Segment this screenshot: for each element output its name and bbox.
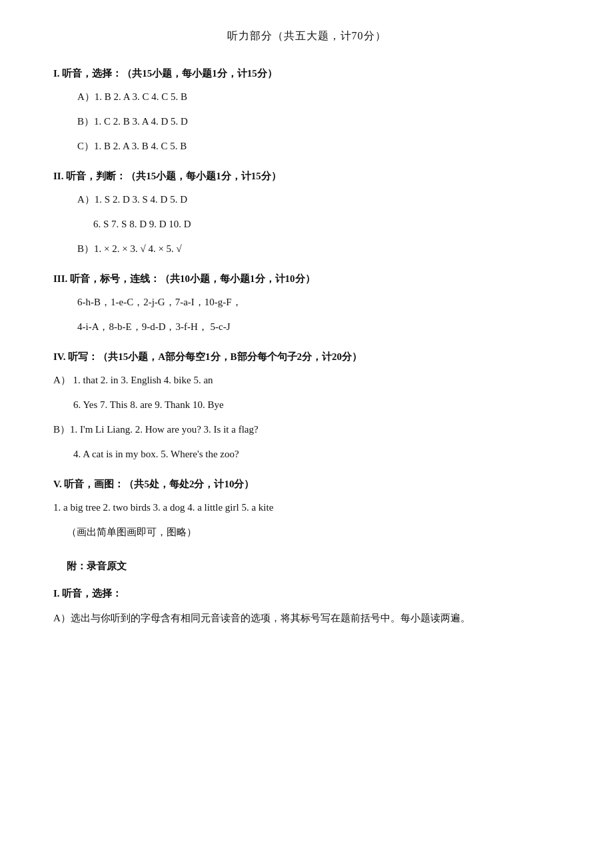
page-title: 听力部分（共五大题，计70分） — [53, 27, 560, 46]
section-V-line2: （画出简单图画即可，图略） — [53, 523, 560, 541]
appendix: 附：录音原文 I. 听音，选择： A）选出与你听到的字母含有相同元音读音的选项，… — [53, 557, 560, 627]
section-I-lineC: C）1. B 2. A 3. B 4. C 5. B — [53, 137, 560, 155]
section-I-title: I. 听音，选择： — [53, 68, 122, 79]
section-III-line1: 6-h-B，1-e-C，2-j-G，7-a-I，10-g-F， — [53, 293, 560, 311]
section-I-lineB: B）1. C 2. B 3. A 4. D 5. D — [53, 113, 560, 131]
section-II-lineA2: 6. S 7. S 8. D 9. D 10. D — [53, 215, 560, 233]
section-II-subtitle: （共15小题，每小题1分，计15分） — [126, 171, 281, 181]
section-IV-lineB1: B）1. I'm Li Liang. 2. How are you? 3. Is… — [53, 421, 560, 439]
section-III-title: III. 听音，标号，连线： — [53, 273, 160, 284]
section-II: II. 听音，判断：（共15小题，每小题1分，计15分） A）1. S 2. D… — [53, 167, 560, 258]
section-II-header: II. 听音，判断：（共15小题，每小题1分，计15分） — [53, 167, 560, 185]
section-IV: IV. 听写：（共15小题，A部分每空1分，B部分每个句子2分，计20分） A）… — [53, 348, 560, 463]
section-IV-title: IV. 听写： — [53, 351, 98, 362]
section-II-title: II. 听音，判断： — [53, 171, 126, 181]
section-I-header: I. 听音，选择：（共15小题，每小题1分，计15分） — [53, 65, 560, 83]
section-II-lineB: B）1. × 2. × 3. √ 4. × 5. √ — [53, 240, 560, 258]
section-I: I. 听音，选择：（共15小题，每小题1分，计15分） A）1. B 2. A … — [53, 65, 560, 155]
section-I-subtitle: （共15小题，每小题1分，计15分） — [122, 68, 277, 79]
section-III-header: III. 听音，标号，连线：（共10小题，每小题1分，计10分） — [53, 270, 560, 288]
section-III: III. 听音，标号，连线：（共10小题，每小题1分，计10分） 6-h-B，1… — [53, 270, 560, 336]
section-III-subtitle: （共10小题，每小题1分，计10分） — [160, 273, 315, 284]
appendix-title: 附：录音原文 — [53, 557, 560, 575]
section-V-subtitle: （共5处，每处2分，计10分） — [124, 479, 254, 489]
section-III-line2: 4-i-A，8-b-E，9-d-D，3-f-H， 5-c-J — [53, 318, 560, 336]
section-IV-subtitle: （共15小题，A部分每空1分，B部分每个句子2分，计20分） — [98, 351, 362, 362]
section-IV-header: IV. 听写：（共15小题，A部分每空1分，B部分每个句子2分，计20分） — [53, 348, 560, 366]
section-V-line1: 1. a big tree 2. two birds 3. a dog 4. a… — [53, 499, 560, 517]
section-IV-lineB2: 4. A cat is in my box. 5. Where's the zo… — [53, 445, 560, 463]
section-V-title: V. 听音，画图： — [53, 479, 124, 489]
section-IV-lineA1: A） 1. that 2. in 3. English 4. bike 5. a… — [53, 371, 560, 389]
appendix-section-I-title: I. 听音，选择： — [53, 585, 560, 603]
appendix-section-I-contentA: A）选出与你听到的字母含有相同元音读音的选项，将其标号写在题前括号中。每小题读两… — [53, 609, 560, 627]
section-V-header: V. 听音，画图：（共5处，每处2分，计10分） — [53, 475, 560, 493]
section-V: V. 听音，画图：（共5处，每处2分，计10分） 1. a big tree 2… — [53, 475, 560, 541]
section-II-lineA1: A）1. S 2. D 3. S 4. D 5. D — [53, 191, 560, 209]
section-I-lineA: A）1. B 2. A 3. C 4. C 5. B — [53, 88, 560, 106]
section-IV-lineA2: 6. Yes 7. This 8. are 9. Thank 10. Bye — [53, 396, 560, 414]
